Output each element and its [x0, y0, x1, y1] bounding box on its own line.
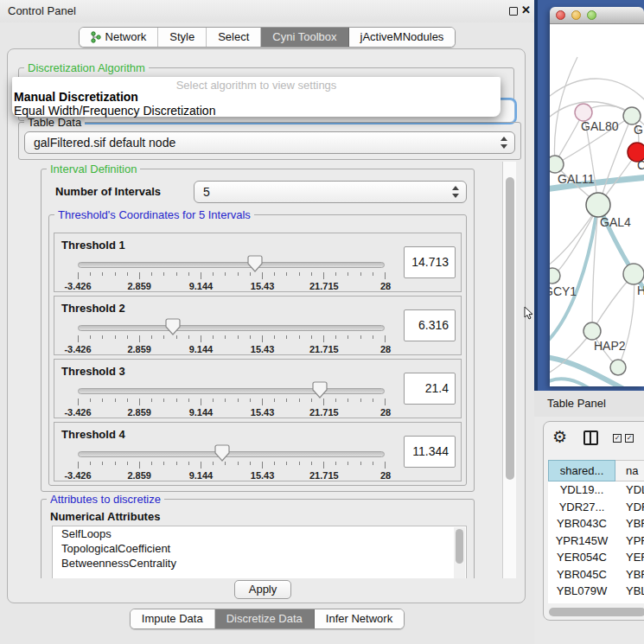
- tab-jactivemnodules[interactable]: jActiveMNodules: [349, 28, 456, 47]
- network-node[interactable]: [623, 264, 644, 284]
- attribute-list-item[interactable]: TopologicalCoefficient: [53, 541, 466, 556]
- apply-button[interactable]: Apply: [234, 580, 291, 599]
- threshold-coordinates-title: Threshold's Coordinates for 5 Intervals: [54, 208, 254, 221]
- tick-label: 21.715: [309, 407, 339, 418]
- network-canvas[interactable]: GAL80GGAL11CGAL4GCY1HHAP2: [550, 24, 644, 386]
- node-table[interactable]: shared...na YDL19...YDL1YDR27...YDR2YBR0…: [548, 460, 644, 603]
- tab-impute-data[interactable]: Impute Data: [131, 609, 215, 628]
- threshold-slider-track[interactable]: [78, 451, 385, 457]
- split-view-icon[interactable]: [583, 430, 598, 445]
- table-cell[interactable]: YBR0: [615, 566, 644, 583]
- bottom-tabbar: Impute DataDiscretize DataInfer Network: [0, 609, 534, 629]
- table-row[interactable]: YPR145WYPR1: [548, 532, 644, 550]
- threshold-value-field[interactable]: 11.344: [404, 436, 456, 468]
- table-cell[interactable]: YBR0: [615, 515, 644, 532]
- tick-label: 21.715: [309, 281, 339, 291]
- table-cell[interactable]: YBL0: [615, 583, 644, 600]
- slider-ticks: [78, 462, 386, 469]
- network-node[interactable]: [583, 322, 601, 340]
- network-node[interactable]: [550, 156, 564, 173]
- table-cell[interactable]: YDL19...: [548, 481, 615, 499]
- table-cell[interactable]: YBL079W: [548, 583, 615, 600]
- column-header-shared-[interactable]: shared...: [548, 460, 615, 481]
- table-row[interactable]: YBL079WYBL0: [548, 583, 644, 600]
- table-row[interactable]: YDR27...YDR2: [548, 499, 644, 516]
- threshold-value-field[interactable]: 21.4: [404, 373, 456, 405]
- gear-icon[interactable]: ⚙: [552, 427, 567, 447]
- interval-definition-group: Interval Definition Number of Intervals …: [41, 169, 475, 492]
- network-edge[interactable]: [618, 274, 634, 367]
- panel-vertical-scrollbar[interactable]: [502, 162, 516, 578]
- combo-stepper-icon: [451, 186, 459, 198]
- number-of-intervals-value: 5: [203, 182, 210, 202]
- table-cell[interactable]: YER054C: [548, 549, 615, 566]
- discretization-group-title: Discretization Algorithm: [24, 61, 149, 74]
- float-window-icon[interactable]: [509, 7, 518, 16]
- threshold-value-field[interactable]: 14.713: [404, 246, 456, 278]
- close-traffic-light-icon[interactable]: [556, 10, 565, 20]
- network-node[interactable]: [586, 193, 610, 217]
- slider-ticks: [78, 272, 386, 280]
- column-header-na[interactable]: na: [615, 460, 644, 481]
- network-edge-highlighted[interactable]: [550, 379, 610, 386]
- close-icon[interactable]: ✕: [521, 3, 531, 16]
- tab-cyni-toolbox[interactable]: Cyni Toolbox: [261, 28, 348, 47]
- node-label-hap2: HAP2: [594, 339, 626, 353]
- threshold-value-field[interactable]: 6.316: [404, 309, 456, 341]
- algorithm-dropdown-popup: Select algorithm to view settings Manual…: [12, 77, 501, 117]
- panel-splitter[interactable]: [534, 0, 538, 391]
- threshold-slider-thumb[interactable]: [312, 381, 328, 399]
- table-data-group: Table Data galFiltered.sif default node: [18, 122, 521, 160]
- threshold-slider-thumb[interactable]: [165, 318, 181, 335]
- algorithm-option-equal-width-frequency-discretization[interactable]: Equal Width/Frequency Discretization: [14, 104, 215, 118]
- threshold-slider-track[interactable]: [78, 388, 385, 394]
- threshold-coordinates-group: Threshold's Coordinates for 5 Intervals …: [48, 214, 467, 486]
- attribute-list-item[interactable]: SelfLoops: [53, 526, 466, 541]
- threshold-slider-track[interactable]: [78, 262, 385, 268]
- numerical-attributes-list[interactable]: SelfLoopsTopologicalCoefficientBetweenne…: [52, 526, 467, 578]
- minimize-traffic-light-icon[interactable]: [571, 10, 581, 20]
- table-cell[interactable]: YPR1: [615, 532, 644, 550]
- checkbox-icon[interactable]: ✓: [625, 434, 634, 443]
- network-node[interactable]: [610, 360, 626, 375]
- table-cell[interactable]: YDL1: [615, 481, 644, 499]
- tab-discretize-data[interactable]: Discretize Data: [215, 609, 315, 628]
- table-cell[interactable]: YDR27...: [548, 499, 615, 516]
- table-cell[interactable]: YPR145W: [548, 532, 615, 550]
- tab-network[interactable]: Network: [80, 28, 159, 47]
- table-row[interactable]: YDL19...YDL1: [548, 481, 644, 499]
- threshold-slider-thumb[interactable]: [247, 255, 263, 272]
- number-of-intervals-label: Number of Intervals: [55, 185, 161, 198]
- network-node[interactable]: [623, 107, 641, 124]
- number-of-intervals-combobox[interactable]: 5: [194, 181, 467, 203]
- table-data-combobox[interactable]: galFiltered.sif default node: [24, 131, 515, 154]
- attribute-list-item[interactable]: BetweennessCentrality: [53, 556, 466, 571]
- tab-select[interactable]: Select: [207, 28, 261, 47]
- tick-label: 28: [380, 281, 391, 291]
- algorithm-option-manual-discretization[interactable]: Manual Discretization: [14, 90, 138, 104]
- table-row[interactable]: YBR045CYBR0: [548, 566, 644, 583]
- threshold-slider-track[interactable]: [78, 325, 385, 331]
- table-horizontal-scrollbar[interactable]: [549, 608, 644, 617]
- table-row[interactable]: YLR345WYLR3: [548, 600, 644, 604]
- table-cell[interactable]: YLR3: [615, 600, 644, 604]
- attributes-list-scrollbar[interactable]: [454, 527, 465, 578]
- table-row[interactable]: YBR043CYBR0: [548, 515, 644, 532]
- checkbox-icon[interactable]: ✓: [613, 434, 622, 443]
- tick-label: 2.859: [127, 470, 151, 481]
- network-node[interactable]: [550, 268, 560, 284]
- tick-label: 2.859: [127, 344, 151, 354]
- table-cell[interactable]: YBR043C: [548, 515, 615, 532]
- table-cell[interactable]: YDR2: [615, 499, 644, 516]
- tab-infer-network[interactable]: Infer Network: [315, 609, 404, 628]
- table-cell[interactable]: YER0: [615, 549, 644, 566]
- tick-label: -3.426: [64, 344, 91, 354]
- table-cell[interactable]: YLR345W: [548, 600, 615, 604]
- table-row[interactable]: YER054CYER0: [548, 549, 644, 566]
- network-node[interactable]: [575, 104, 592, 121]
- tab-style[interactable]: Style: [158, 28, 207, 47]
- threshold-slider-thumb[interactable]: [214, 444, 230, 462]
- mouse-cursor: [524, 306, 533, 320]
- zoom-traffic-light-icon[interactable]: [587, 10, 596, 20]
- table-cell[interactable]: YBR045C: [548, 566, 615, 583]
